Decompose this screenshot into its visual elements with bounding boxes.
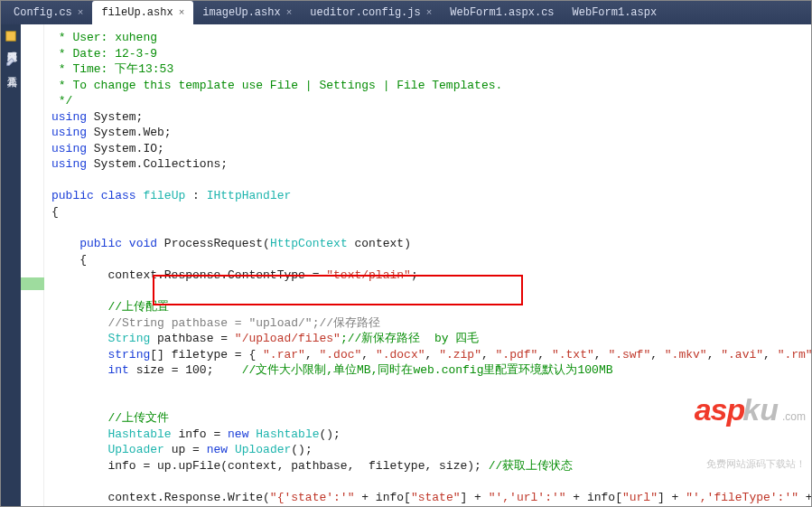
close-icon[interactable]: × [179,7,185,18]
tab-ueditor-config-js[interactable]: ueditor.config.js× [301,1,441,24]
db-icon [5,30,17,42]
tab-label: imageUp.ashx [202,6,280,19]
code-block[interactable]: * User: xuheng * Date: 12-3-9 * Time: 下午… [51,30,811,505]
tab-label: Config.cs [14,6,72,19]
code-editor[interactable]: * User: xuheng * Date: 12-3-9 * Time: 下午… [44,24,811,506]
close-icon[interactable]: × [426,7,433,18]
document-tabs: Config.cs×fileUp.ashx×imageUp.ashx×uedit… [1,1,811,24]
change-marker [21,277,44,290]
tab-label: WebForm1.aspx.cs [450,6,554,19]
gutter [21,24,44,506]
sidetab-server-explorer[interactable]: 服务器资源管理器 [1,24,21,50]
tab-fileUp-ashx[interactable]: fileUp.ashx× [92,1,193,24]
workbench: 服务器资源管理器工具箱 * User: xuheng * Date: 12-3-… [1,24,811,506]
sidebar: 服务器资源管理器工具箱 [1,24,21,506]
wrench-icon [5,55,17,68]
sidetab-toolbox[interactable]: 工具箱 [1,50,21,75]
svg-rect-0 [6,32,16,42]
tab-label: fileUp.ashx [101,6,173,19]
tab-label: ueditor.config.js [310,6,420,19]
close-icon[interactable]: × [78,7,84,18]
tab-WebForm1-aspx-cs[interactable]: WebForm1.aspx.cs [441,1,563,24]
tab-Config-cs[interactable]: Config.cs× [5,1,92,24]
close-icon[interactable]: × [286,7,293,18]
tab-label: WebForm1.aspx [573,6,658,19]
ide-window: Config.cs×fileUp.ashx×imageUp.ashx×uedit… [0,0,812,507]
tab-imageUp-ashx[interactable]: imageUp.ashx× [193,1,301,24]
tab-WebForm1-aspx[interactable]: WebForm1.aspx [564,1,667,24]
